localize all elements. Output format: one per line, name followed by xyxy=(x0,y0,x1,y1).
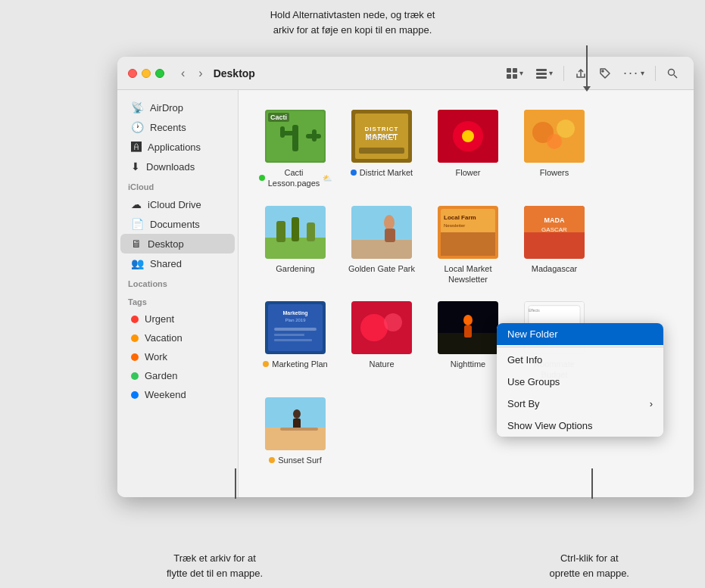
sidebar-item-downloads[interactable]: ⬇ Downloads xyxy=(120,157,235,176)
file-thumb-nature xyxy=(351,301,412,354)
svg-rect-34 xyxy=(307,222,315,241)
svg-rect-32 xyxy=(276,221,285,242)
file-thumb-nighttime xyxy=(438,301,498,354)
tag-button[interactable] xyxy=(594,64,616,82)
view-list-button[interactable]: ▾ xyxy=(531,64,557,82)
sidebar-item-work[interactable]: Work xyxy=(120,347,235,366)
svg-rect-2 xyxy=(507,74,511,79)
airdrop-icon: 📡 xyxy=(131,101,144,114)
svg-rect-4 xyxy=(536,69,547,71)
file-item-district[interactable]: DISTRICT MARKET District Market xyxy=(340,105,423,194)
icloud-section-label: iCloud xyxy=(117,176,238,194)
file-item-nature[interactable]: Nature xyxy=(340,297,423,385)
svg-rect-73 xyxy=(293,418,301,429)
svg-rect-74 xyxy=(280,428,318,431)
sidebar-item-airdrop[interactable]: 📡 AirDrop xyxy=(120,98,235,117)
file-grid: CactiLesson.pages ⛅ DISTRICT MARKET xyxy=(239,90,694,497)
svg-point-28 xyxy=(557,120,575,138)
svg-point-60 xyxy=(463,315,473,325)
sunset-status-dot xyxy=(269,457,275,463)
work-tag-dot xyxy=(131,353,139,361)
context-menu-item-sort-by[interactable]: Sort By › xyxy=(497,393,663,415)
context-menu-item-new-folder[interactable]: New Folder xyxy=(497,323,663,345)
sidebar-item-vacation[interactable]: Vacation xyxy=(120,328,235,347)
callout-line-left xyxy=(235,468,236,499)
svg-rect-52 xyxy=(274,328,317,331)
svg-rect-71 xyxy=(265,428,326,450)
share-button[interactable] xyxy=(570,64,591,82)
toolbar-sep xyxy=(563,66,564,81)
file-item-gardening[interactable]: Gardening xyxy=(254,201,337,290)
file-label-row-cacti: CactiLesson.pages ⛅ xyxy=(259,167,332,189)
svg-rect-54 xyxy=(274,339,312,341)
sidebar-item-weekend[interactable]: Weekend xyxy=(120,385,235,404)
more-button[interactable]: ··· ▾ xyxy=(619,62,649,84)
file-label-flowers: Flowers xyxy=(540,167,569,178)
documents-icon: 📄 xyxy=(131,218,144,230)
downloads-icon: ⬇ xyxy=(131,160,140,173)
forward-button[interactable]: › xyxy=(195,66,205,81)
svg-text:MADA: MADA xyxy=(544,216,565,224)
context-menu-item-show-view-options[interactable]: Show View Options xyxy=(497,415,663,437)
file-thumb-sunset xyxy=(265,397,326,450)
svg-rect-36 xyxy=(351,240,412,259)
minimize-button[interactable] xyxy=(142,69,151,78)
file-item-marketing[interactable]: Marketing Plan 2019 Marketing Plan xyxy=(254,297,337,385)
callout-bottom-right: Ctrl-klik for at oprette en mappe. xyxy=(549,551,629,580)
file-thumb-cacti xyxy=(265,110,326,163)
sidebar-item-documents[interactable]: 📄 Documents xyxy=(120,214,235,234)
file-thumb-local-market: Local Farm Newsletter xyxy=(438,206,498,259)
view-grid-button[interactable]: ▾ xyxy=(501,64,528,82)
fullscreen-button[interactable] xyxy=(155,69,164,78)
file-label-nature: Nature xyxy=(369,359,394,369)
callout-top: Hold Alternativtasten nede, og træk et a… xyxy=(0,8,705,37)
icloud-drive-icon: ☁ xyxy=(131,198,142,210)
file-item-madagascar[interactable]: MADA GASCAR Madagascar xyxy=(513,201,596,290)
svg-text:Marketing: Marketing xyxy=(282,310,307,316)
sidebar-item-shared[interactable]: 👥 Shared xyxy=(120,254,235,273)
file-item-cacti[interactable]: CactiLesson.pages ⛅ xyxy=(254,105,337,194)
callout-bottom-left: Træk et arkiv for at flytte det til en m… xyxy=(167,551,263,580)
svg-text:Local Farm: Local Farm xyxy=(444,214,476,221)
garden-tag-dot xyxy=(131,372,139,380)
svg-rect-22 xyxy=(359,148,404,154)
sidebar-item-desktop[interactable]: 🖥 Desktop xyxy=(120,234,235,254)
file-label-row-marketing: Marketing Plan xyxy=(263,359,327,369)
file-item-sunset[interactable]: Sunset Surf xyxy=(254,393,337,470)
vacation-tag-dot xyxy=(131,334,139,342)
file-thumb-district: DISTRICT MARKET xyxy=(351,110,412,163)
close-button[interactable] xyxy=(128,69,137,78)
file-item-flower[interactable]: Flower xyxy=(426,105,510,194)
svg-rect-5 xyxy=(536,73,547,75)
sidebar-item-garden[interactable]: Garden xyxy=(120,366,235,385)
svg-text:Effects: Effects xyxy=(529,309,540,313)
file-thumb-madagascar: MADA GASCAR xyxy=(524,206,585,259)
file-item-golden-gate[interactable]: Golden Gate Park xyxy=(340,201,423,290)
title-bar: ‹ › Desktop ▾ ▾ xyxy=(117,57,694,90)
file-item-local-market[interactable]: Local Farm Newsletter Local MarketNewsle… xyxy=(426,201,510,290)
svg-point-56 xyxy=(360,314,388,341)
file-thumb-gardening xyxy=(265,206,326,259)
svg-rect-43 xyxy=(441,232,495,256)
context-menu-item-use-groups[interactable]: Use Groups xyxy=(497,371,663,393)
sidebar-item-icloud-drive[interactable]: ☁ iCloud Drive xyxy=(120,194,235,214)
svg-text:Plan 2019: Plan 2019 xyxy=(285,318,306,322)
sidebar-item-urgent[interactable]: Urgent xyxy=(120,310,235,328)
back-button[interactable]: ‹ xyxy=(178,66,188,81)
svg-text:Newsletter: Newsletter xyxy=(444,223,465,228)
svg-line-10 xyxy=(674,75,677,78)
svg-rect-3 xyxy=(513,74,517,79)
traffic-lights xyxy=(128,69,164,78)
file-item-flowers[interactable]: Flowers xyxy=(513,105,596,194)
sidebar-item-applications[interactable]: 🅰 Applications xyxy=(120,137,235,157)
locations-section-label: Locations xyxy=(117,273,238,291)
context-menu-item-get-info[interactable]: Get Info xyxy=(497,349,663,371)
sidebar-item-recents[interactable]: 🕐 Recents xyxy=(120,117,235,137)
search-button[interactable] xyxy=(662,64,683,82)
recents-icon: 🕐 xyxy=(131,121,144,133)
file-label-flower: Flower xyxy=(455,167,480,178)
svg-rect-15 xyxy=(280,126,285,138)
district-status-dot xyxy=(351,170,357,176)
marketing-status-dot xyxy=(263,361,269,367)
svg-rect-38 xyxy=(385,229,395,242)
